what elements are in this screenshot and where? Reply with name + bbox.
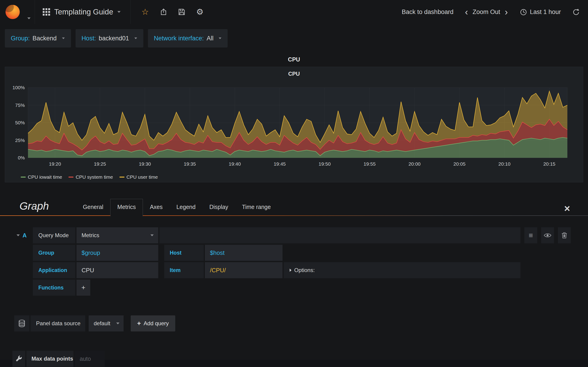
- save-icon[interactable]: [178, 8, 185, 15]
- variable-value: backend01: [99, 35, 129, 42]
- tab-display[interactable]: Display: [202, 199, 235, 216]
- tab-time-range[interactable]: Time range: [235, 199, 278, 216]
- datasource-row: Panel data source default + Add query: [0, 315, 588, 332]
- svg-text:75%: 75%: [15, 102, 25, 108]
- dashboard-title: Templating Guide: [54, 8, 113, 16]
- graph-panel: CPU 0%25%50%75%100%19:2019:2519:3019:351…: [5, 67, 583, 182]
- functions-label: Functions: [33, 280, 75, 296]
- query-row-functions: Functions +: [0, 280, 588, 296]
- grafana-logo-button[interactable]: [0, 0, 35, 24]
- fullscreen-panel-title: CPU: [0, 56, 588, 64]
- gear-icon[interactable]: ⚙: [196, 8, 204, 16]
- dashboard-title-menu[interactable]: Templating Guide: [35, 0, 130, 24]
- options-caret-icon: [290, 269, 292, 272]
- panel-datasource-label: Panel data source: [31, 315, 85, 332]
- svg-text:100%: 100%: [12, 85, 25, 90]
- panel-title[interactable]: CPU: [5, 67, 583, 77]
- svg-text:19:45: 19:45: [274, 161, 286, 167]
- svg-text:19:25: 19:25: [94, 161, 106, 167]
- legend-item-iowait[interactable]: CPU iowait time: [21, 174, 62, 180]
- svg-text:19:55: 19:55: [363, 161, 376, 167]
- datasource-dropdown[interactable]: default: [89, 315, 124, 332]
- svg-text:0%: 0%: [18, 155, 25, 160]
- chevron-down-icon: [219, 38, 221, 39]
- org-switcher-caret-icon: [27, 17, 31, 19]
- max-data-points-input[interactable]: [75, 356, 105, 362]
- back-to-dashboard-button[interactable]: Back to dashboard: [402, 8, 453, 16]
- refresh-icon[interactable]: [572, 8, 580, 16]
- zoom-out-button[interactable]: Zoom Out: [473, 8, 500, 16]
- host-input[interactable]: [205, 249, 283, 257]
- datasource-value: default: [94, 320, 110, 327]
- application-input[interactable]: [77, 267, 158, 274]
- star-icon[interactable]: ☆: [141, 8, 149, 16]
- navbar: Templating Guide ☆ ⚙ Back to dashboard ‹…: [0, 0, 588, 24]
- query-delete-icon[interactable]: [558, 227, 571, 243]
- query-mode-label: Query Mode: [33, 227, 75, 243]
- variable-label: Host:: [82, 35, 96, 42]
- dashboard-grid-icon: [43, 8, 50, 16]
- query-row-filler: [159, 227, 520, 243]
- series-color-swatch: [120, 177, 124, 177]
- time-range-picker[interactable]: Last 1 hour: [530, 8, 561, 16]
- svg-text:19:40: 19:40: [229, 161, 241, 167]
- collapse-caret-icon: [17, 234, 20, 236]
- series-color-swatch: [69, 177, 73, 177]
- query-mode-value: Metrics: [82, 232, 99, 239]
- variable-dropdown-group[interactable]: Group: Backend: [5, 29, 71, 48]
- time-shift-left-icon[interactable]: ‹: [464, 7, 469, 17]
- tab-metrics[interactable]: Metrics: [110, 199, 143, 216]
- group-label: Group: [33, 245, 75, 261]
- chevron-down-icon: [116, 323, 120, 324]
- clock-icon: [520, 8, 527, 16]
- query-collapse-toggle[interactable]: A: [14, 227, 32, 243]
- svg-text:20:00: 20:00: [408, 161, 421, 167]
- item-label: Item: [164, 262, 204, 278]
- max-data-points-input-cell: [75, 351, 105, 367]
- wrench-icon: [15, 355, 22, 362]
- options-toggle[interactable]: Options:: [284, 262, 520, 278]
- navbar-actions: ☆ ⚙: [130, 8, 204, 16]
- chevron-down-icon: [134, 38, 137, 39]
- svg-text:20:05: 20:05: [453, 161, 466, 167]
- svg-text:19:50: 19:50: [319, 161, 331, 167]
- query-toggle-visibility-icon[interactable]: [541, 227, 554, 243]
- item-input-cell: [205, 262, 283, 278]
- navbar-right: Back to dashboard ‹ Zoom Out › Last 1 ho…: [402, 7, 588, 17]
- application-input-cell: [77, 262, 158, 278]
- query-row-a: A Query Mode Metrics ≡: [0, 227, 588, 243]
- query-menu-icon[interactable]: ≡: [524, 227, 537, 243]
- query-row-group-host: Group Host: [0, 245, 588, 261]
- tab-legend[interactable]: Legend: [170, 199, 202, 216]
- variable-dropdown-host[interactable]: Host: backend01: [76, 29, 143, 48]
- legend-label: CPU user time: [127, 174, 158, 180]
- series-color-swatch: [21, 177, 26, 177]
- template-variables-row: Group: Backend Host: backend01 Network i…: [0, 24, 588, 48]
- grafana-logo-icon: [6, 5, 20, 19]
- legend-item-system[interactable]: CPU system time: [69, 174, 113, 180]
- datasource-icon-cell: [14, 315, 29, 332]
- panel-editor-header: Graph General Metrics Axes Legend Displa…: [0, 194, 588, 216]
- group-input[interactable]: [77, 249, 158, 257]
- svg-text:19:30: 19:30: [139, 161, 151, 167]
- wrench-icon-cell: [12, 351, 25, 367]
- variable-dropdown-network-interface[interactable]: Network interface: All: [148, 29, 228, 48]
- dashboard-title-caret-icon: [117, 11, 121, 13]
- graph-legend: CPU iowait time CPU system time CPU user…: [21, 174, 583, 180]
- host-input-cell: [205, 245, 283, 261]
- legend-label: CPU system time: [76, 174, 113, 180]
- tab-general[interactable]: General: [76, 199, 110, 216]
- close-editor-icon[interactable]: ×: [564, 203, 570, 216]
- add-function-button[interactable]: +: [77, 280, 90, 296]
- variable-value: Backend: [33, 35, 57, 42]
- add-query-button[interactable]: + Add query: [131, 315, 175, 332]
- legend-item-user[interactable]: CPU user time: [120, 174, 158, 180]
- tab-axes[interactable]: Axes: [143, 199, 170, 216]
- chevron-down-icon: [150, 234, 154, 236]
- share-icon[interactable]: [160, 8, 167, 16]
- query-mode-dropdown[interactable]: Metrics: [77, 227, 158, 243]
- application-label: Application: [33, 262, 75, 278]
- cpu-graph[interactable]: 0%25%50%75%100%19:2019:2519:3019:3519:40…: [5, 83, 582, 173]
- time-shift-right-icon[interactable]: ›: [503, 7, 509, 17]
- item-input[interactable]: [205, 267, 283, 274]
